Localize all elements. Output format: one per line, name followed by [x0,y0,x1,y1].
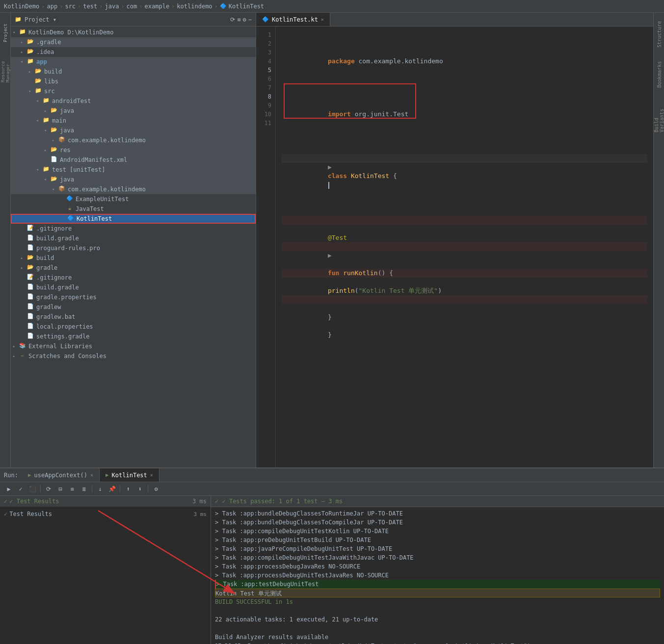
test-check-icon: ✓ [4,498,7,505]
resource-manager-tab[interactable]: Resource Manager [0,45,10,84]
bottom-content: ✓ ✓ Test Results 3 ms ✓ Test Results 3 m… [0,496,664,644]
breadcrumb-kotlindemo[interactable]: KotlinDemo [4,3,39,10]
useappcontext-icon: ▶ [28,472,31,478]
test-tree[interactable]: ✓ Test Results 3 ms [0,507,211,644]
tab-kotlintest[interactable]: 🔷 KotlinTest.kt ✕ [256,13,330,26]
structure-tab[interactable]: Structure [654,15,664,54]
editor-content[interactable]: 1 2 3 4 5 6 7 8 9 10 11 package com.exam… [256,26,653,467]
settings-icon[interactable]: ⚙ [243,16,246,23]
filter-button[interactable]: ≣ [79,484,89,494]
tree-libs[interactable]: 📂 libs [11,77,256,86]
tree-build-root[interactable]: ▸ 📂 build [11,253,256,263]
close-panel-icon[interactable]: − [248,16,252,23]
androidtest-label: androidTest [52,98,91,104]
breadcrumb-src[interactable]: src [65,3,76,10]
tree-src[interactable]: ▾ 📁 src [11,86,256,96]
collapse-icon[interactable]: ≡ [237,16,240,23]
sidebar-title[interactable]: Project ▾ [25,16,227,23]
tree-manifest[interactable]: 📄 AndroidManifest.xml [11,155,256,165]
test-result-item[interactable]: ✓ Test Results 3 ms [0,509,211,519]
tree-build1[interactable]: ▸ 📂 build [11,67,256,77]
rerun-button[interactable]: ✓ [16,484,26,494]
bookmarks-tab[interactable]: Bookmarks [654,55,664,94]
tree-pkg-main[interactable]: ▸ 📦 com.example.kotlindemo [11,135,256,145]
tree-idea[interactable]: ▸ 📂 .idea [11,47,256,57]
tree-gitignore1[interactable]: 📝 .gitignore [11,224,256,233]
breadcrumb-com[interactable]: com [127,3,137,10]
expand-button[interactable]: ⟳ [44,484,53,494]
run-button[interactable]: ▶ [4,484,14,494]
sync-icon[interactable]: ⟳ [230,16,235,23]
kotlintest-icon: 🔷 [67,215,75,223]
tab-close-button[interactable]: ✕ [321,17,324,22]
useappcontext-close[interactable]: ✕ [90,472,93,478]
tree-gradle-root[interactable]: ▸ 📂 gradle [11,263,256,273]
code-line-1: package com.example.kotlindemo [282,48,647,57]
breadcrumb-app[interactable]: app [47,3,57,10]
tree-java-main[interactable]: ▾ 📂 java [11,126,256,135]
toolbar-sep3 [120,485,120,493]
tree-gradlewbat[interactable]: 📄 gradlew.bat [11,312,256,322]
breadcrumb-kotlindemo2[interactable]: kotlindemo [177,3,212,10]
tree-buildgradle1[interactable]: 📄 build.gradle [11,233,256,243]
build-root-icon: 📂 [27,254,34,262]
tree-proguard[interactable]: 📄 proguard-rules.pro [11,243,256,253]
pkg-main-label: com.example.kotlindemo [68,137,146,144]
buildgradle-root-icon: 📄 [27,283,34,291]
tree-extlibs[interactable]: ▸ 📚 External Libraries [11,341,256,351]
tree-main[interactable]: ▾ 📁 main [11,116,256,126]
breadcrumb-test[interactable]: test [83,3,97,10]
tree-scratches[interactable]: ▸ ✏️ Scratches and Consoles [11,351,256,361]
breadcrumb-java[interactable]: java [105,3,119,10]
tree-gradle-hidden[interactable]: ▸ 📂 .gradle [11,37,256,47]
localprops-icon: 📄 [27,323,34,331]
tree-kotlintest[interactable]: 🔷 KotlinTest [11,214,256,224]
build-variants-tab[interactable]: Build Variants [654,95,664,134]
localprops-label: local.properties [36,323,93,330]
kotlintest-bottom-close[interactable]: ✕ [150,472,153,478]
tree-buildgradle-root[interactable]: 📄 build.gradle [11,283,256,292]
pin-tab-button[interactable]: 📌 [107,484,117,494]
console-line-4: > Task :app:preDebugUnitTestBuild UP-TO-… [215,536,660,544]
project-tab[interactable]: Project [0,15,10,44]
tree-gradlew[interactable]: 📄 gradlew [11,302,256,312]
console-output[interactable]: > Task :app:bundleDebugClassesToRuntimeJ… [211,507,664,644]
tree-root[interactable]: ▾ 📁 KotlinDemo D:\KotlinDemo [11,27,256,37]
folder-icon: 📁 [15,16,22,23]
tree-app[interactable]: ▾ 📁 app [11,57,256,67]
code-line-6 [282,180,647,189]
code-line-5: ▶ class KotlinTest { [282,154,647,163]
import-button[interactable]: ⬇ [135,484,145,494]
breadcrumb-example[interactable]: example [145,3,170,10]
tree-exampletest[interactable]: 🔷 ExampleUnitTest [11,194,256,204]
tree-pkg-test[interactable]: ▾ 📦 com.example.kotlindemo [11,184,256,194]
line-num-8: 8 [256,92,275,101]
tree-gitignore-root[interactable]: 📝 .gitignore [11,273,256,283]
settings-bottom-button[interactable]: ⚙ [151,484,161,494]
console-line-13: 22 actionable tasks: 1 executed, 21 up-t… [215,615,660,624]
tests-passed-icon: ✓ [215,498,218,505]
run-gutter-icon2[interactable]: ▶ [328,252,332,259]
tree-java-android[interactable]: ▸ 📂 java [11,106,256,116]
tree-test[interactable]: ▾ 📁 test [unitTest] [11,165,256,175]
scroll-output-button[interactable]: ↓ [95,484,105,494]
stop-button[interactable]: ⬛ [27,484,37,494]
sort-button[interactable]: ≡ [67,484,77,494]
tree-localprops[interactable]: 📄 local.properties [11,322,256,332]
code-line-3: import org.junit.Test [282,101,647,110]
export-button[interactable]: ⬆ [123,484,133,494]
collapse-tests-button[interactable]: ⊟ [55,484,65,494]
line-numbers: 1 2 3 4 5 6 7 8 9 10 11 [256,26,276,467]
code-lines[interactable]: package com.example.kotlindemo import or… [276,26,653,467]
tab-useappcontext[interactable]: ▶ useAppContext() ✕ [22,468,100,482]
run-gutter-icon[interactable]: ▶ [328,163,332,171]
tree-androidtest[interactable]: ▾ 📁 androidTest [11,96,256,106]
tree-gradle-props[interactable]: 📄 gradle.properties [11,292,256,302]
java-main-label: java [60,127,74,134]
tree-res[interactable]: ▸ 📂 res [11,145,256,155]
breadcrumb: KotlinDemo › app › src › test › java › c… [0,0,664,13]
tree-javatest[interactable]: ☕ JavaTest [11,204,256,214]
tree-java-test[interactable]: ▾ 📂 java [11,175,256,184]
tree-settingsgradle[interactable]: 📄 settings.gradle [11,332,256,341]
tab-kotlintest-bottom[interactable]: ▶ KotlinTest ✕ [100,468,159,482]
